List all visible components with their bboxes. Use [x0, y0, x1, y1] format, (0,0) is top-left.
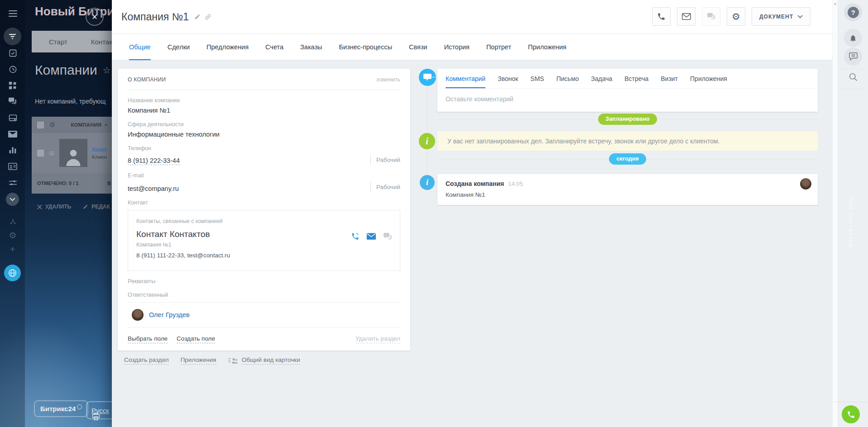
- sidebar-item-tasks[interactable]: [8, 48, 18, 58]
- row-menu-icon[interactable]: ≡: [48, 148, 55, 157]
- sidebar-item-apps[interactable]: [8, 81, 18, 90]
- sort-asc-icon: [104, 123, 108, 127]
- sidebar-item-crm[interactable]: [8, 145, 18, 155]
- planned-badge: Запланировано: [598, 114, 657, 125]
- phone-icon: [847, 410, 855, 419]
- sidebar-add-plus-icon[interactable]: +: [8, 244, 18, 254]
- row-company-link[interactable]: Комп: [92, 146, 107, 153]
- tab-bizproc[interactable]: Бизнес-процессы: [339, 34, 393, 60]
- sidebar-item-drive[interactable]: [8, 113, 18, 123]
- messenger-button[interactable]: [844, 47, 862, 66]
- delete-section-link[interactable]: Удалить раздел: [355, 335, 400, 343]
- entry-body: Компания №1: [446, 191, 810, 198]
- edit-link[interactable]: изменить: [377, 76, 400, 83]
- delete-label: УДАЛИТЬ: [45, 204, 71, 210]
- phone-link[interactable]: 8 (911) 222-33-44: [128, 157, 180, 165]
- tab-call[interactable]: Звонок: [498, 69, 518, 88]
- sidebar-item-chat[interactable]: [8, 96, 18, 106]
- tab-task[interactable]: Задача: [591, 69, 612, 88]
- grid-actions: УДАЛИТЬ РЕДАК: [37, 204, 110, 210]
- sidebar-item-settings-sliders[interactable]: [8, 178, 18, 188]
- email-button[interactable]: [677, 7, 695, 26]
- responsible-name-link[interactable]: Олег Груздев: [149, 311, 190, 318]
- sidebar-item-time[interactable]: [8, 64, 18, 74]
- apps-link[interactable]: Приложения: [181, 356, 216, 365]
- close-icon: ✕: [91, 13, 97, 21]
- sidebar-item-feed[interactable]: [4, 28, 21, 45]
- activity-tabs: Комментарий Звонок SMS Письмо Задача Вст…: [437, 69, 818, 89]
- sidebar-item-contacts[interactable]: [8, 161, 18, 171]
- tab-meeting[interactable]: Встреча: [624, 69, 648, 88]
- column-header[interactable]: КОМПАНИЯ: [71, 122, 108, 128]
- sidebar-settings-gear-icon[interactable]: ⚙: [8, 230, 18, 240]
- create-section-link[interactable]: Создать раздел: [124, 356, 169, 365]
- chat-contact-icon[interactable]: [383, 232, 393, 241]
- email-type-tag: Рабочий: [370, 182, 400, 192]
- tab-visit[interactable]: Визит: [661, 69, 678, 88]
- tab-letter[interactable]: Письмо: [556, 69, 579, 88]
- card-view-link[interactable]: Общий вид карточки: [228, 356, 300, 365]
- email-contact-icon[interactable]: [366, 232, 376, 240]
- document-dropdown-button[interactable]: ДОКУМЕНТ: [752, 7, 810, 26]
- tab-stream-apps[interactable]: Приложения: [690, 69, 727, 88]
- tab-comment[interactable]: Комментарий: [446, 69, 485, 88]
- tab-history[interactable]: История: [444, 34, 470, 60]
- comment-input[interactable]: Оставьте комментарий: [437, 89, 818, 112]
- sidebar-collapse-chevron[interactable]: [6, 193, 19, 206]
- search-button[interactable]: [849, 72, 858, 84]
- nav-tab-contacts[interactable]: Контак: [91, 38, 112, 46]
- edit-button[interactable]: РЕДАК: [83, 204, 110, 210]
- bitrix24-logo-button[interactable]: Битрикс24: [34, 400, 88, 417]
- hamburger-menu-icon[interactable]: [8, 9, 18, 19]
- help-button[interactable]: ?: [844, 3, 862, 21]
- scroll-up-arrow-icon[interactable]: ▲: [834, 2, 836, 427]
- field-label: Контакт: [128, 199, 400, 206]
- nav-tab-start[interactable]: Старт: [49, 38, 67, 46]
- tab-links[interactable]: Связи: [409, 34, 427, 60]
- company-row[interactable]: ≡ Комп Клиен: [32, 133, 112, 173]
- about-heading: О КОМПАНИИ: [128, 76, 166, 83]
- chat-bubbles-icon: [707, 13, 716, 20]
- row-checkbox[interactable]: [37, 150, 44, 157]
- mail-icon: [8, 131, 17, 138]
- call-button[interactable]: [652, 7, 671, 26]
- copy-link-icon[interactable]: [205, 14, 211, 20]
- card-view-label: Общий вид карточки: [242, 356, 300, 365]
- tab-orders[interactable]: Заказы: [300, 34, 322, 60]
- email-link[interactable]: test@company.ru: [128, 185, 179, 192]
- edit-pencil-icon[interactable]: [194, 14, 201, 20]
- notifications-button[interactable]: [844, 29, 862, 47]
- chat-button[interactable]: [702, 7, 720, 26]
- tab-apps[interactable]: Приложения: [528, 34, 566, 60]
- printer-icon[interactable]: [91, 413, 101, 422]
- tab-portrait[interactable]: Портрет: [486, 34, 511, 60]
- sidebar-market-globe[interactable]: [4, 265, 21, 281]
- call-contact-icon[interactable]: [351, 232, 360, 241]
- field-label: Сфера деятельности: [128, 121, 400, 128]
- select-all-checkbox[interactable]: [37, 122, 44, 128]
- tab-invoices[interactable]: Счета: [265, 34, 283, 60]
- collapsed-contacts-panel-label[interactable]: Нет контактов: [848, 198, 854, 248]
- favorite-star-icon[interactable]: ☆: [103, 65, 111, 76]
- tab-general[interactable]: Общие: [129, 34, 151, 60]
- panel-scrollbar[interactable]: ▲: [832, 0, 838, 427]
- field-value: Компания №1: [128, 107, 400, 114]
- grid-settings-gear-icon[interactable]: ⚙: [49, 121, 55, 129]
- tab-sms[interactable]: SMS: [530, 69, 544, 88]
- field-email: E-mail test@company.ru Рабочий: [128, 172, 400, 192]
- close-slider-button[interactable]: ✕: [86, 8, 104, 26]
- empty-companies-message: Нет компаний, требующ: [35, 98, 106, 105]
- choose-field-link[interactable]: Выбрать поле: [128, 335, 168, 343]
- field-responsible: Ответственный Олег Груздев: [128, 292, 400, 327]
- chevron-down-icon: [10, 198, 15, 201]
- create-field-link[interactable]: Создать поле: [177, 335, 215, 343]
- tab-deals[interactable]: Сделки: [168, 34, 190, 60]
- entry-title: Создана компания: [446, 180, 504, 187]
- delete-button[interactable]: УДАЛИТЬ: [37, 204, 71, 210]
- sidebar-item-mail[interactable]: [8, 129, 18, 139]
- timeline-entry-card[interactable]: Создана компания 14:05 Компания №1: [437, 174, 818, 205]
- settings-button[interactable]: ⚙: [727, 7, 745, 26]
- sidebar-item-network[interactable]: [8, 216, 18, 226]
- tab-quotes[interactable]: Предложения: [206, 34, 249, 60]
- telephony-phone-button[interactable]: [842, 405, 860, 423]
